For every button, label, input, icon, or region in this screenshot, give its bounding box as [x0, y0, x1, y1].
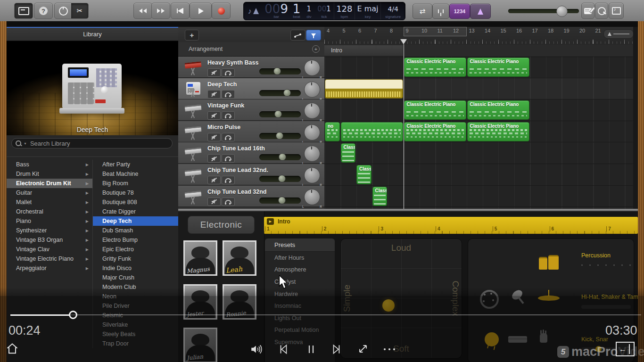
library-category-bass[interactable]: Bass▶	[7, 160, 92, 169]
volume-button[interactable]	[250, 343, 263, 355]
library-category-guitar[interactable]: Guitar▶	[7, 188, 92, 197]
library-patch-gritty-funk[interactable]: Gritty Funk	[93, 254, 179, 263]
library-patch-crate-digger[interactable]: Crate Digger	[93, 207, 179, 216]
mute-button[interactable]	[207, 176, 221, 184]
record-button[interactable]	[212, 3, 231, 19]
library-category-vintage-electric-piano[interactable]: Vintage Electric Piano▶	[7, 254, 92, 263]
library-patch-boutique-78[interactable]: Boutique 78	[93, 188, 179, 197]
skip-back-button[interactable]: ←	[616, 342, 635, 356]
track-header-micro-pulse[interactable]: Micro PulseLR	[178, 121, 324, 142]
pan-knob[interactable]: LR	[304, 103, 320, 119]
percussion-slider[interactable]	[581, 264, 632, 266]
pan-knob[interactable]: LR	[304, 82, 320, 98]
volume-knob[interactable]	[279, 153, 286, 161]
count-in-button[interactable]: 1234	[449, 4, 470, 19]
cycle-button[interactable]: ⇄	[413, 4, 432, 19]
master-volume-slider[interactable]	[508, 9, 579, 13]
mute-button[interactable]	[207, 154, 221, 163]
library-category-arpeggiator[interactable]: Arpeggiator▶	[7, 263, 92, 273]
library-patch-epic-electro[interactable]: Epic Electro	[93, 245, 179, 254]
midi-region[interactable]: Class	[356, 165, 372, 184]
solo-button[interactable]	[222, 133, 235, 141]
search-options-arrow-icon[interactable]: ▼	[24, 142, 27, 145]
mute-button[interactable]	[207, 90, 221, 99]
loop-browser-button[interactable]	[595, 3, 608, 19]
track-header-chip-tune-lead-32nd[interactable]: Chip Tune Lead 32nd.LR	[178, 164, 324, 185]
library-toggle-button[interactable]	[14, 3, 33, 19]
zoom-slider[interactable]	[603, 29, 634, 39]
library-category-vintage-b3-organ[interactable]: Vintage B3 Organ▶	[7, 235, 92, 245]
bar-ruler[interactable]: 456789101112131415161718192021	[324, 27, 638, 45]
volume-knob[interactable]	[278, 197, 286, 204]
midi-region[interactable]: Classic Electric Piano	[404, 58, 466, 77]
fullscreen-button[interactable]	[356, 342, 370, 355]
track-header-vintage-funk[interactable]: Vintage FunkLR	[178, 99, 324, 121]
volume-knob[interactable]	[278, 175, 286, 182]
library-search[interactable]: ▼	[11, 138, 173, 148]
library-category-piano[interactable]: Piano▶	[7, 216, 92, 226]
solo-button[interactable]	[222, 68, 235, 77]
library-category-orchestral[interactable]: Orchestral▶	[7, 207, 92, 216]
library-patch-indie-disco[interactable]: Indie Disco	[93, 263, 179, 273]
media-browser-button[interactable]	[609, 3, 624, 19]
next-button[interactable]	[330, 343, 343, 355]
library-patch-beat-machine[interactable]: Beat Machine	[93, 169, 179, 179]
timeline-scroll-strip[interactable]	[633, 27, 638, 209]
volume-slider[interactable]	[259, 133, 301, 139]
add-arrangement-marker-button[interactable]: +	[312, 45, 320, 53]
solo-button[interactable]	[222, 197, 235, 206]
track-lane-chip-tune-lead-16th[interactable]	[324, 142, 636, 164]
library-category-mallet[interactable]: Mallet▶	[7, 197, 92, 207]
volume-slider[interactable]	[259, 176, 301, 182]
rewind-button[interactable]	[133, 3, 152, 19]
mute-button[interactable]	[207, 197, 221, 206]
drummer-card-leah[interactable]: Leah	[223, 240, 256, 276]
midi-region[interactable]: Class	[341, 143, 356, 163]
bongos-icon[interactable]	[539, 255, 559, 270]
master-volume-knob[interactable]	[556, 6, 568, 17]
midi-region[interactable]: no	[325, 122, 340, 141]
notepad-button[interactable]	[581, 3, 594, 19]
library-patch-after-party[interactable]: After Party	[93, 160, 179, 169]
track-header-chip-tune-lead-32nd[interactable]: Chip Tune Lead 32ndLR	[178, 186, 324, 207]
home-button[interactable]	[6, 342, 19, 355]
volume-slider[interactable]	[259, 68, 301, 74]
video-progress-track[interactable]	[10, 314, 641, 315]
genre-button[interactable]: Electronic	[188, 216, 255, 234]
play-button[interactable]	[190, 3, 212, 19]
drummer-card-magnus[interactable]: Magnus	[183, 240, 217, 276]
tuner-button[interactable]	[432, 4, 449, 19]
editors-button[interactable]: ✂	[71, 3, 89, 19]
solo-button[interactable]	[222, 111, 235, 120]
midi-region[interactable]: Class	[372, 187, 388, 206]
library-patch-deep-tech[interactable]: Deep Tech	[93, 216, 179, 226]
library-category-electronic-drum-kit[interactable]: Electronic Drum Kit▶	[7, 179, 92, 188]
pan-knob[interactable]: LR	[304, 167, 320, 183]
audio-region[interactable]	[325, 79, 403, 99]
track-header-chip-tune-lead-16th[interactable]: Chip Tune Lead 16thLR	[178, 142, 324, 164]
drummer-region-strip[interactable]: ▶ Intro 1234567	[264, 217, 638, 234]
midi-region[interactable]	[341, 122, 403, 141]
volume-knob[interactable]	[283, 89, 291, 97]
midi-region[interactable]: Classic Electric Piano	[467, 122, 529, 141]
catch-playhead-button[interactable]	[306, 30, 321, 41]
forward-button[interactable]	[151, 3, 170, 19]
pan-knob[interactable]: LR	[304, 146, 320, 162]
smart-controls-button[interactable]	[54, 3, 72, 19]
track-lane-chip-tune-lead-32nd[interactable]	[324, 186, 636, 207]
midi-region[interactable]: Classic Electric Piano	[404, 100, 466, 120]
volume-slider[interactable]	[259, 154, 301, 160]
library-patch-big-room[interactable]: Big Room	[93, 179, 179, 188]
region-play-icon[interactable]: ▶	[267, 218, 274, 225]
library-patch-dub-smash[interactable]: Dub Smash	[93, 226, 179, 235]
pan-knob[interactable]: LR	[304, 189, 320, 205]
add-track-button[interactable]: +	[185, 30, 199, 41]
go-to-beginning-button[interactable]	[171, 3, 190, 19]
library-patch-electro-bump[interactable]: Electro Bump	[93, 235, 179, 245]
volume-slider[interactable]	[259, 111, 301, 117]
midi-region[interactable]: Classic Electric Piano	[467, 100, 529, 120]
mute-button[interactable]	[207, 133, 221, 141]
arrangement-track-header[interactable]: Arrangement +	[178, 42, 324, 57]
quick-help-button[interactable]: ?	[34, 3, 53, 19]
pan-knob[interactable]: LR	[304, 124, 320, 140]
